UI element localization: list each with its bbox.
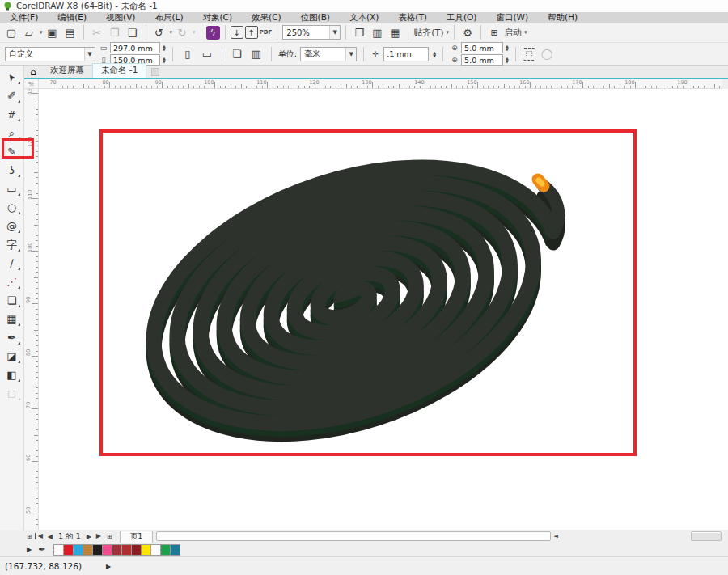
menu-item[interactable]: 对象(C)	[193, 12, 243, 23]
page-height-spinner[interactable]: ▲▼	[163, 57, 166, 63]
nudge-spinner[interactable]: ▲▼	[433, 51, 436, 57]
launch-caret-icon[interactable]: ▾	[524, 29, 527, 36]
tab-welcome-screen[interactable]: 欢迎屏幕	[42, 64, 92, 78]
launch-icon[interactable]: ⊞	[486, 24, 502, 40]
landscape-button[interactable]: ▭	[199, 46, 215, 62]
portrait-button[interactable]: ▯	[180, 46, 196, 62]
text-tool[interactable]: 字	[2, 235, 22, 254]
separator	[172, 47, 173, 61]
show-rulers-icon[interactable]: ▥	[369, 24, 385, 40]
menu-item[interactable]: 效果(C)	[242, 12, 291, 23]
duplicate-y-spinner[interactable]: ▲▼	[506, 57, 509, 63]
new-document-icon[interactable]: ▢	[3, 24, 19, 40]
transparency-tool[interactable]: ▦	[2, 310, 22, 328]
status-expand-icon[interactable]: ▶	[106, 563, 111, 570]
add-page-left-icon[interactable]: ⊞	[24, 533, 35, 540]
palette-overflow-icon[interactable]: ▶	[27, 546, 32, 553]
interactive-fill-tool[interactable]: ◪	[2, 347, 22, 366]
pick-tool[interactable]: ➤	[2, 68, 22, 87]
snap-to-button[interactable]: 贴齐(T)	[413, 24, 443, 40]
menu-item[interactable]: 表格(T)	[388, 12, 437, 23]
cut-icon: ✂	[89, 24, 105, 40]
page-width-field[interactable]: 297.0 mm	[110, 42, 160, 53]
separator	[277, 25, 277, 40]
rectangle-tool[interactable]: ▭	[2, 180, 22, 198]
print-icon[interactable]: ▤	[62, 24, 78, 40]
scrollbar-right-thumb[interactable]	[691, 531, 722, 541]
zoom-level-value: 250%	[286, 28, 310, 37]
spiral-tool[interactable]: @	[2, 217, 22, 235]
menu-item[interactable]: 文件(F)	[0, 12, 48, 23]
treat-as-filled-button[interactable]: ⬚	[523, 48, 535, 61]
shape-tool[interactable]: ✐	[2, 87, 22, 105]
page-width-spinner[interactable]: ▲▼	[163, 44, 166, 51]
livesketch-tool[interactable]: ʖ	[2, 161, 22, 180]
zoom-caret-icon[interactable]: ▼	[329, 26, 340, 39]
duplicate-y-field[interactable]: 5.0 mm	[461, 54, 503, 66]
units-caret-icon[interactable]: ▼	[345, 48, 356, 61]
menu-item[interactable]: 工具(O)	[437, 12, 486, 23]
export-icon[interactable]: ↑	[245, 26, 258, 39]
separator	[83, 25, 84, 40]
undo-icon[interactable]: ↺	[151, 24, 167, 40]
last-page-icon[interactable]: ▶	[94, 533, 104, 539]
menu-item[interactable]: 位图(B)	[291, 12, 340, 23]
units-combobox[interactable]: 毫米▼	[300, 47, 357, 61]
palette-eyedropper-icon[interactable]: ✒	[38, 544, 45, 555]
units-value: 毫米	[304, 49, 320, 60]
menu-item[interactable]: 布局(L)	[145, 12, 193, 23]
zoom-level-combobox[interactable]: 250%▼	[282, 25, 341, 40]
save-icon[interactable]: ▣	[44, 24, 61, 40]
document-palette: ▶ ✒	[0, 543, 728, 556]
snap-caret-icon[interactable]: ▾	[447, 29, 450, 36]
menu-item[interactable]: 窗口(W)	[486, 12, 538, 23]
search-content-icon[interactable]: ϟ	[206, 26, 220, 40]
all-pages-button[interactable]: ❏	[229, 46, 245, 62]
tab-untitled-document[interactable]: 未命名 -1	[92, 63, 146, 78]
menu-item[interactable]: 视图(V)	[96, 12, 145, 23]
home-icon[interactable]: ⌂	[24, 66, 42, 78]
page-tab[interactable]: 页1	[120, 531, 154, 543]
separator	[442, 47, 443, 61]
launch-button[interactable]: 启动	[504, 24, 522, 40]
preset-caret-icon[interactable]: ▼	[84, 48, 95, 61]
current-page-button[interactable]: ▥	[248, 46, 265, 62]
connector-tool[interactable]: ⋰	[2, 273, 22, 291]
open-icon[interactable]: ▱	[21, 24, 37, 40]
separator	[146, 25, 146, 40]
horizontal-scrollbar-thumb[interactable]	[156, 531, 551, 541]
horizontal-ruler[interactable]: 708090100110120130140150160170180190	[39, 79, 722, 89]
eyedropper-tool[interactable]: ✒	[2, 328, 22, 347]
first-page-icon[interactable]: ◀	[35, 533, 45, 539]
menu-item[interactable]: 文本(X)	[340, 12, 388, 23]
add-page-right-icon[interactable]: ⊞	[104, 533, 115, 540]
fullscreen-preview-icon[interactable]: ❒	[351, 24, 367, 40]
duplicate-x-icon: ⊕	[450, 44, 459, 52]
new-tab-button[interactable]	[151, 68, 159, 76]
duplicate-x-field[interactable]: 5.0 mm	[461, 42, 503, 53]
publish-pdf-icon[interactable]: PDF	[260, 30, 273, 36]
ellipse-tool[interactable]: ○	[2, 198, 22, 217]
outline-tool[interactable]: ◻	[2, 384, 22, 403]
separator	[408, 25, 408, 40]
open-caret-icon[interactable]: ▾	[40, 29, 43, 36]
steel-blue[interactable]	[170, 544, 180, 556]
menu-item[interactable]: 编辑(E)	[48, 12, 96, 23]
nudge-distance-field[interactable]: .1 mm	[383, 47, 429, 61]
options-gear-icon[interactable]: ⚙	[459, 24, 476, 40]
previous-page-icon[interactable]: ◀	[45, 533, 55, 540]
smart-fill-tool[interactable]: ◧	[2, 366, 22, 384]
paste-icon[interactable]: ❑	[125, 24, 141, 40]
menu-item[interactable]: 帮助(H)	[538, 12, 587, 23]
show-grid-icon[interactable]: ▦	[387, 24, 403, 40]
drop-shadow-tool[interactable]: ❏	[2, 291, 22, 310]
duplicate-x-spinner[interactable]: ▲▼	[506, 44, 509, 51]
scrollbar-arrow-icon[interactable]: ◄	[551, 531, 561, 541]
dimension-tool[interactable]: ∕	[2, 254, 22, 273]
import-icon[interactable]: ↓	[231, 26, 243, 39]
undo-caret-icon[interactable]: ▾	[170, 29, 173, 36]
crop-tool[interactable]: #	[2, 105, 22, 124]
next-page-icon[interactable]: ▶	[84, 533, 94, 540]
ruler-origin-button[interactable]: ℀	[24, 79, 39, 89]
page-preset-combobox[interactable]: 自定义▼	[5, 47, 95, 61]
